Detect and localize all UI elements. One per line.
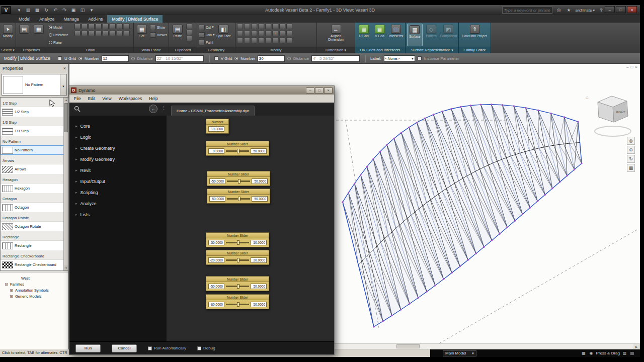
view-close-icon[interactable]: × (635, 65, 637, 69)
v-distance-input[interactable] (311, 55, 360, 62)
app-menu-icon[interactable]: ▾ (15, 7, 23, 14)
modify-tool-icon[interactable] (286, 38, 292, 43)
ribbon-tab[interactable]: Manage (59, 15, 84, 23)
dynamo-minimize-button[interactable] (306, 87, 314, 94)
kebab-menu-icon[interactable] (162, 105, 166, 110)
steering-wheel-icon[interactable]: ◎ (627, 137, 635, 145)
panel-label-work-plane[interactable]: Work Plane (134, 47, 169, 53)
u-grid-checkbox[interactable] (58, 56, 62, 60)
dynamo-library-category[interactable]: Scripting (69, 187, 167, 198)
pattern-type-option[interactable]: Arrows (1, 164, 64, 174)
slider-thumb[interactable] (237, 302, 239, 307)
search-icon[interactable] (74, 106, 80, 112)
slider-track[interactable] (227, 180, 250, 182)
panel-label-dimension[interactable]: Dimension (317, 47, 355, 53)
dropdown-scrollbar[interactable] (63, 98, 68, 270)
slider-thumb[interactable] (237, 284, 239, 289)
paste-button[interactable]: Paste (171, 24, 185, 46)
worksharing-icon[interactable] (581, 350, 586, 356)
select-toggle-icon[interactable] (588, 350, 594, 356)
draw-spline-icon[interactable] (117, 24, 123, 29)
view-minimize-icon[interactable]: – (626, 65, 628, 69)
slider-thumb[interactable] (237, 258, 239, 262)
draw-polygon-icon[interactable] (89, 24, 95, 29)
open-icon[interactable]: ▥ (24, 7, 32, 14)
split-icon[interactable] (237, 31, 243, 36)
copy-icon[interactable] (258, 24, 264, 29)
dynamo-menu-item[interactable]: File (70, 96, 85, 101)
pattern-type-option[interactable]: Octagon (1, 203, 64, 212)
modify-tool-icon[interactable] (279, 31, 285, 36)
slider-value-field[interactable]: 50.0000 (209, 196, 225, 202)
u-distance-radio[interactable] (131, 57, 135, 60)
pin-icon[interactable] (258, 31, 264, 36)
dynamo-library-category[interactable]: Input/Output (69, 176, 167, 187)
panel-label-geometry[interactable]: Geometry (197, 47, 235, 53)
v-grid-checkbox[interactable] (214, 56, 218, 60)
properties-close-icon[interactable] (63, 66, 66, 71)
help-icon[interactable] (598, 8, 605, 13)
dynamo-library-category[interactable]: Revit (69, 165, 167, 176)
slider-track[interactable] (226, 304, 249, 305)
draw-plane-option[interactable]: Plane (49, 39, 73, 46)
slider-track[interactable] (227, 198, 250, 200)
draw-tool-icon[interactable] (103, 31, 109, 36)
pattern-type-option[interactable]: Rectangle Checkerboard (1, 260, 64, 269)
slider-max-field[interactable]: 20.0000 (251, 257, 267, 263)
dynamo-menu-item[interactable]: Help (145, 96, 161, 101)
scrollbar-thumb[interactable] (64, 103, 68, 132)
sync-icon[interactable]: ↻ (42, 7, 50, 14)
dynamo-library-category[interactable]: Modify Geometry (69, 154, 167, 165)
panel-label-select[interactable]: Select (0, 47, 16, 53)
browser-tree-item[interactable]: West (0, 275, 68, 281)
view-restore-icon[interactable]: □ (630, 65, 633, 69)
tree-expander-icon[interactable]: ⊞ (9, 294, 14, 299)
pattern-type-option[interactable]: Hexagon (1, 184, 64, 193)
signin-menu[interactable]: archinate (576, 8, 595, 13)
tree-expander-icon[interactable]: ⊞ (9, 288, 14, 293)
label-dropdown[interactable]: <None> (384, 55, 415, 62)
family-types-button[interactable] (32, 24, 45, 46)
browser-tree-item[interactable]: ⊟ Families (0, 281, 68, 287)
debug-checkbox[interactable]: Debug (197, 346, 215, 350)
modify-tool-icon[interactable] (251, 38, 257, 43)
scroll-right-arrow-icon[interactable] (633, 344, 639, 349)
split-face-button[interactable]: Split Face (216, 24, 231, 46)
dynamo-canvas[interactable]: Number 10.0000 Number Slider 0.0000 (167, 116, 334, 341)
slider-thumb[interactable] (237, 240, 239, 245)
slider-max-field[interactable]: 50.0000 (252, 196, 268, 202)
instance-parameter-checkbox[interactable] (418, 56, 422, 60)
slider-thumb[interactable] (238, 197, 240, 201)
pattern-type-option[interactable]: 1/2 Step (1, 107, 64, 117)
slider-value-field[interactable]: -50.0000 (209, 178, 225, 184)
panel-label-uv-grids[interactable]: UV Grids and Intersects (355, 47, 405, 53)
slider-max-field[interactable]: 50.0000 (251, 284, 267, 289)
cut-geometry-button[interactable]: Cut (199, 24, 214, 31)
draw-tool-icon[interactable] (96, 31, 102, 36)
pattern-type-option[interactable]: 1/3 Step (1, 126, 64, 136)
ribbon-tab[interactable]: Analyze (35, 15, 59, 23)
slider-value-field[interactable]: -20.0000 (208, 257, 224, 263)
dynamo-library-category[interactable]: Core (69, 121, 167, 132)
orbit-icon[interactable]: ↻ (627, 155, 635, 163)
tree-expander-icon[interactable]: ⊟ (4, 282, 9, 287)
dynamo-number-slider-node[interactable]: Number Slider 0.0000 50.0000 (206, 141, 269, 156)
type-selector-arrow[interactable] (60, 74, 66, 95)
slider-max-field[interactable]: 50.0000 (251, 302, 267, 307)
u-distance-input[interactable] (155, 55, 204, 62)
dynamo-number-slider-node[interactable]: Number Slider -50.0000 50.0000 (207, 171, 270, 186)
main-model-dropdown[interactable]: Main Model (443, 350, 476, 356)
slider-value-field[interactable]: -60.0000 (208, 302, 224, 307)
dynamo-maximize-button[interactable] (315, 87, 324, 94)
component-button[interactable]: Component (440, 24, 457, 46)
slider-max-field[interactable]: 50.0000 (251, 148, 267, 154)
draw-arc2-icon[interactable] (110, 24, 116, 29)
match-properties-icon[interactable] (186, 36, 192, 41)
rotate-icon[interactable] (272, 24, 278, 29)
print-icon[interactable]: ▣ (69, 7, 77, 14)
slider-thumb[interactable] (237, 149, 239, 153)
slider-value-field[interactable]: 0.0000 (208, 148, 224, 154)
offset-icon[interactable] (251, 24, 257, 29)
slider-value-field[interactable]: -50.0000 (208, 240, 224, 245)
v-number-radio[interactable] (234, 57, 238, 60)
